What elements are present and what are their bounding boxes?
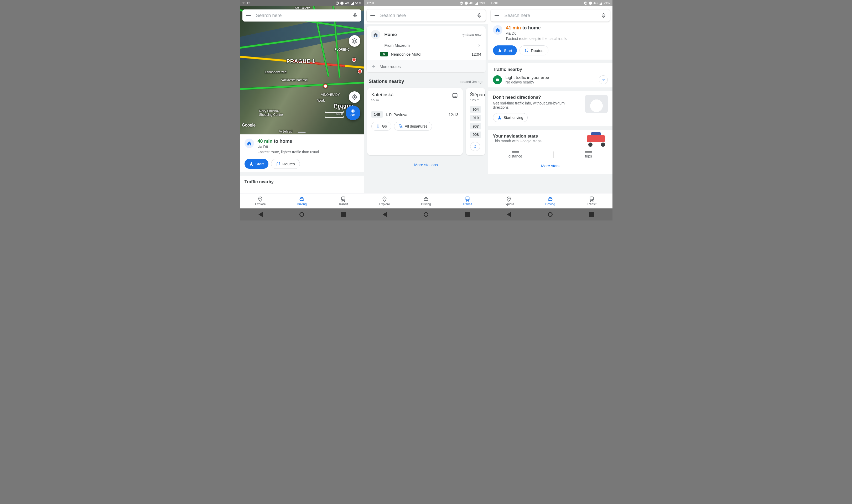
- tab-explore[interactable]: Explore: [488, 194, 530, 209]
- arrow-button[interactable]: [599, 75, 608, 84]
- search-bar[interactable]: [491, 10, 610, 21]
- start-button[interactable]: Start: [245, 159, 269, 169]
- go-button[interactable]: [470, 142, 480, 151]
- station-card[interactable]: Štěpán 126 m 904 910 907 908: [466, 88, 485, 155]
- status-net: 4G: [345, 2, 349, 5]
- stats-heading: Your navigation stats: [493, 133, 581, 139]
- signal-icon: [351, 2, 354, 5]
- menu-icon[interactable]: [495, 14, 499, 17]
- svg-point-31: [498, 80, 498, 81]
- search-bar[interactable]: [243, 10, 361, 21]
- svg-point-38: [592, 199, 593, 200]
- home-card[interactable]: Home updated now From Muzeum A Nemocnice…: [367, 26, 485, 72]
- tab-driving[interactable]: Driving: [530, 194, 571, 209]
- back-button[interactable]: [507, 212, 511, 217]
- tab-driving[interactable]: Driving: [405, 194, 447, 209]
- more-stats-link[interactable]: More stats: [493, 160, 608, 171]
- all-departures-button[interactable]: All departures: [394, 122, 432, 131]
- start-button[interactable]: Start: [493, 46, 517, 55]
- svg-point-14: [454, 97, 454, 97]
- back-button[interactable]: [258, 212, 263, 217]
- go-fab-label: GO: [350, 113, 355, 117]
- traffic-title: Light traffic in your area: [505, 75, 595, 80]
- map-view[interactable]: PRAGUE 1 Art Gallery FLORENC Lennonova z…: [240, 6, 364, 134]
- tab-explore[interactable]: Explore: [240, 194, 281, 209]
- svg-point-5: [260, 198, 261, 199]
- svg-point-3: [277, 165, 277, 165]
- routes-button[interactable]: Routes: [519, 46, 548, 55]
- eta-title: 40 min to home: [258, 139, 359, 144]
- go-button[interactable]: Go: [371, 122, 392, 131]
- svg-point-8: [303, 200, 303, 201]
- departure-row[interactable]: 148 I. P. Pavlova 12:13: [371, 107, 459, 118]
- layers-button[interactable]: [349, 35, 360, 47]
- svg-rect-12: [479, 14, 480, 16]
- tab-transit[interactable]: Transit: [571, 194, 613, 209]
- tab-transit[interactable]: Transit: [447, 194, 488, 209]
- home-icon: [245, 139, 254, 148]
- departure-dest: I. P. Pavlova: [386, 112, 407, 117]
- eta-via: via D6: [258, 145, 359, 149]
- map-scale: 2000 ft 500 m: [325, 108, 343, 118]
- transit-line-row[interactable]: A Nemocnice Motol 12:04: [367, 49, 485, 60]
- recents-button[interactable]: [589, 212, 594, 217]
- svg-rect-17: [399, 125, 401, 127]
- traffic-heading: Traffic nearby: [488, 63, 613, 72]
- home-icon: [371, 30, 380, 39]
- search-input[interactable]: [504, 13, 596, 19]
- station-dist: 126 m: [470, 98, 485, 102]
- more-routes-button[interactable]: More routes: [367, 60, 485, 72]
- stat-trips: trips: [585, 151, 592, 158]
- line-dest: Nemocnice Motol: [391, 52, 421, 56]
- bottom-tabs: Explore Driving Transit: [364, 193, 488, 209]
- home-title: Home: [385, 32, 458, 37]
- routes-button[interactable]: Routes: [271, 159, 300, 169]
- station-card[interactable]: Kateřinská 55 m 148 I. P. Pavlova 12:13 …: [367, 88, 463, 155]
- bus-number: 907: [470, 123, 481, 129]
- home-button[interactable]: [548, 212, 553, 217]
- stations-scroller[interactable]: Kateřinská 55 m 148 I. P. Pavlova 12:13 …: [364, 86, 488, 159]
- sheet-handle[interactable]: [298, 132, 306, 133]
- menu-icon[interactable]: [246, 14, 251, 17]
- eta-sheet[interactable]: 40 min to home via D6 Fastest route, lig…: [240, 134, 364, 172]
- svg-point-7: [300, 200, 301, 201]
- bottom-tabs: Explore Driving Transit: [240, 193, 364, 209]
- traffic-info-row[interactable]: Light traffic in your area No delays nea…: [488, 72, 613, 87]
- more-stations-link[interactable]: More stations: [364, 159, 488, 170]
- menu-icon[interactable]: [370, 14, 375, 17]
- recents-button[interactable]: [341, 212, 345, 217]
- tab-explore[interactable]: Explore: [364, 194, 406, 209]
- search-input[interactable]: [380, 13, 472, 19]
- dnd-icon: [589, 2, 592, 5]
- svg-point-15: [456, 97, 456, 97]
- tab-transit[interactable]: Transit: [322, 194, 364, 209]
- home-button[interactable]: [424, 212, 428, 217]
- my-location-button[interactable]: [349, 91, 360, 103]
- map-label: VINOHRADY: [321, 93, 340, 96]
- stats-sub: This month with Google Maps: [493, 139, 581, 143]
- status-bar: 11:12 4G 51%: [240, 0, 364, 6]
- svg-point-32: [508, 198, 509, 199]
- mic-icon[interactable]: [477, 13, 482, 18]
- mic-icon[interactable]: [353, 13, 358, 18]
- svg-point-28: [525, 52, 526, 52]
- search-bar[interactable]: [367, 10, 485, 21]
- map-label: Nový Smíchov Shopping Centre: [259, 109, 288, 116]
- status-batt: 51%: [355, 2, 361, 5]
- mic-icon[interactable]: [601, 13, 606, 18]
- go-fab[interactable]: GO: [345, 106, 360, 120]
- recents-button[interactable]: [465, 212, 470, 217]
- bus-number: 148: [371, 111, 383, 118]
- station-name: Kateřinská: [371, 92, 394, 98]
- car-icon: [493, 75, 502, 84]
- back-button[interactable]: [382, 212, 387, 217]
- tab-driving[interactable]: Driving: [281, 194, 322, 209]
- alarm-icon: [460, 2, 463, 5]
- bus-number: 904: [470, 106, 481, 113]
- chevron-right-icon: [477, 43, 481, 48]
- stations-title: Stations nearby: [369, 79, 404, 84]
- home-button[interactable]: [299, 212, 304, 217]
- search-input[interactable]: [255, 13, 348, 19]
- start-driving-button[interactable]: Start driving: [493, 113, 528, 122]
- stat-distance: distance: [509, 151, 522, 158]
